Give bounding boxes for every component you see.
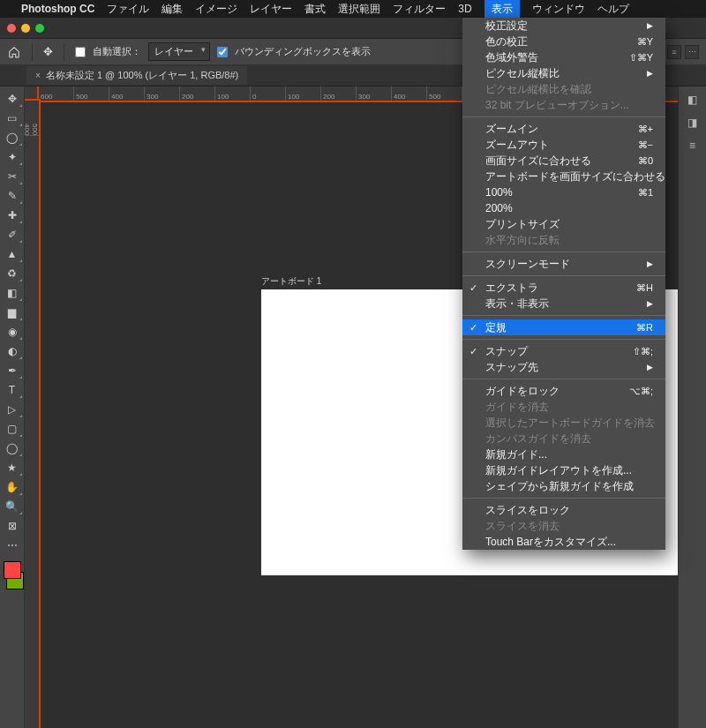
menu-file[interactable]: ファイル — [107, 2, 149, 17]
menu-item[interactable]: ピクセル縦横比▶ — [462, 65, 665, 81]
check-icon: ✓ — [469, 282, 477, 294]
tool-crop[interactable]: ✂ — [2, 168, 23, 185]
separator — [64, 43, 64, 61]
menu-item[interactable]: スクリーンモード▶ — [462, 256, 665, 272]
tool-eyedropper[interactable]: ✎ — [2, 187, 23, 205]
foreground-swatch[interactable] — [4, 561, 21, 579]
menu-item[interactable]: スナップ先▶ — [462, 359, 665, 375]
tool-pen[interactable]: ✒ — [2, 362, 23, 379]
menu-help[interactable]: ヘルプ — [597, 2, 629, 17]
tool-wand[interactable]: ✦ — [2, 148, 23, 166]
panel-icon[interactable]: ≡ — [689, 139, 695, 152]
tool-hand[interactable]: ✋ — [2, 478, 23, 496]
menu-item[interactable]: 新規ガイドレイアウトを作成... — [462, 462, 665, 478]
menu-item[interactable]: 200% — [462, 200, 665, 216]
tool-rect[interactable]: ▢ — [2, 420, 23, 438]
submenu-arrow-icon: ▶ — [647, 259, 653, 268]
zoom-window-icon[interactable] — [35, 24, 44, 33]
shortcut: ⌘Y — [637, 36, 653, 48]
ruler-tick: 600 — [39, 86, 74, 101]
shortcut: ⌘1 — [638, 187, 653, 199]
ruler-tick: 500 — [427, 86, 462, 101]
menu-item[interactable]: 色域外警告⇧⌘Y — [462, 49, 665, 65]
tool-edit[interactable]: ⊠ — [2, 517, 23, 535]
menu-item-label: プリントサイズ — [485, 217, 560, 232]
tool-zoom[interactable]: 🔍 — [2, 498, 23, 515]
close-window-icon[interactable] — [7, 24, 16, 33]
auto-select-dropdown[interactable]: レイヤー — [148, 42, 210, 61]
menu-item[interactable]: プリントサイズ — [462, 216, 665, 232]
menu-item[interactable]: ガイドをロック⌥⌘; — [462, 383, 665, 399]
document-tab[interactable]: × 名称未設定 1 @ 100% (レイヤー 1, RGB/8#) — [26, 66, 247, 85]
tool-ellipse[interactable]: ◯ — [2, 439, 23, 457]
menu-item[interactable]: 新規ガイド... — [462, 447, 665, 462]
menu-filter[interactable]: フィルター — [393, 2, 446, 17]
menu-type[interactable]: 書式 — [304, 2, 326, 17]
menu-item[interactable]: 表示・非表示▶ — [462, 296, 665, 311]
menu-item[interactable]: Touch Barをカスタマイズ... — [462, 534, 665, 550]
tool-marquee[interactable]: ▭ — [2, 109, 23, 127]
tool-move[interactable]: ✥ — [2, 90, 23, 108]
menu-item[interactable]: シェイプから新規ガイドを作成 — [462, 478, 665, 494]
tool-more[interactable]: ⋯ — [2, 537, 23, 554]
tool-blur[interactable]: ◉ — [2, 323, 23, 341]
menu-item[interactable]: ✓スナップ⇧⌘; — [462, 343, 665, 359]
ruler-tick: 500 — [31, 101, 39, 136]
menu-image[interactable]: イメージ — [195, 2, 237, 17]
menu-item[interactable]: 校正設定▶ — [462, 18, 665, 34]
menu-item-label: シェイプから新規ガイドを作成 — [485, 479, 634, 494]
ruler-vertical[interactable]: 5004003002001000100200300400500600700800… — [25, 101, 39, 728]
submenu-arrow-icon: ▶ — [647, 69, 653, 78]
separator — [32, 43, 33, 61]
menu-item[interactable]: 色の校正⌘Y — [462, 34, 665, 49]
tool-gradient[interactable]: ▆ — [2, 304, 23, 321]
menu-item[interactable]: ✓エクストラ⌘H — [462, 280, 665, 296]
tool-custom[interactable]: ★ — [2, 459, 23, 477]
menu-layer[interactable]: レイヤー — [250, 2, 292, 17]
shortcut: ⇧⌘Y — [629, 52, 653, 64]
bbox-checkbox[interactable] — [217, 47, 228, 57]
menu-window[interactable]: ウィンドウ — [532, 2, 585, 17]
menu-item[interactable]: アートボードを画面サイズに合わせる — [462, 169, 665, 184]
menu-photoshop[interactable]: Photoshop CC — [21, 3, 94, 15]
menu-item[interactable]: ズームアウト⌘− — [462, 137, 665, 153]
menu-item[interactable]: 画面サイズに合わせる⌘0 — [462, 153, 665, 169]
menu-view[interactable]: 表示 — [484, 0, 520, 19]
tool-history[interactable]: ♻ — [2, 265, 23, 282]
menu-item-label: ズームアウト — [485, 138, 549, 153]
tool-path[interactable]: ▷ — [2, 401, 23, 418]
menu-item[interactable]: ✓定規⌘R — [462, 319, 665, 335]
tool-type[interactable]: T — [2, 381, 23, 399]
menu-item-label: スクリーンモード — [485, 257, 570, 272]
menu-edit[interactable]: 編集 — [161, 2, 183, 17]
panel-icon[interactable]: ◨ — [687, 116, 697, 129]
menu-item: ピクセル縦横比を確認 — [462, 81, 665, 97]
menu-select[interactable]: 選択範囲 — [338, 2, 380, 17]
minimize-window-icon[interactable] — [21, 24, 30, 33]
menu-item[interactable]: ズームイン⌘+ — [462, 121, 665, 137]
home-icon[interactable] — [7, 45, 21, 59]
close-tab-icon[interactable]: × — [35, 71, 41, 80]
tool-stamp[interactable]: ▲ — [2, 245, 23, 263]
artboard-label[interactable]: アートボード 1 — [261, 275, 321, 288]
panel-icon[interactable]: ◧ — [687, 94, 697, 106]
auto-select-checkbox[interactable] — [75, 47, 86, 57]
menu-item-label: 画面サイズに合わせる — [485, 154, 591, 169]
align-icon[interactable]: ⋯ — [685, 45, 699, 59]
tab-title: 名称未設定 1 @ 100% (レイヤー 1, RGB/8#) — [46, 69, 238, 82]
menu-item: 水平方向に反転 — [462, 232, 665, 248]
align-icon[interactable]: ≡ — [667, 45, 681, 59]
tool-dodge[interactable]: ◐ — [2, 342, 23, 360]
tool-brush[interactable]: ✐ — [2, 226, 23, 244]
menu-item[interactable]: 100%⌘1 — [462, 184, 665, 200]
menu-item[interactable]: スライスをロック — [462, 502, 665, 518]
move-tool-icon[interactable]: ✥ — [43, 45, 53, 58]
tool-heal[interactable]: ✚ — [2, 206, 23, 224]
ruler-tick: 400 — [109, 86, 145, 101]
ruler-tick: 100 — [215, 86, 251, 101]
menu-item-label: スライスを消去 — [485, 519, 560, 534]
menu-3d[interactable]: 3D — [458, 3, 471, 15]
shortcut: ⌘H — [636, 282, 653, 294]
tool-lasso[interactable]: ◯ — [2, 129, 23, 146]
tool-eraser[interactable]: ◧ — [2, 284, 23, 302]
